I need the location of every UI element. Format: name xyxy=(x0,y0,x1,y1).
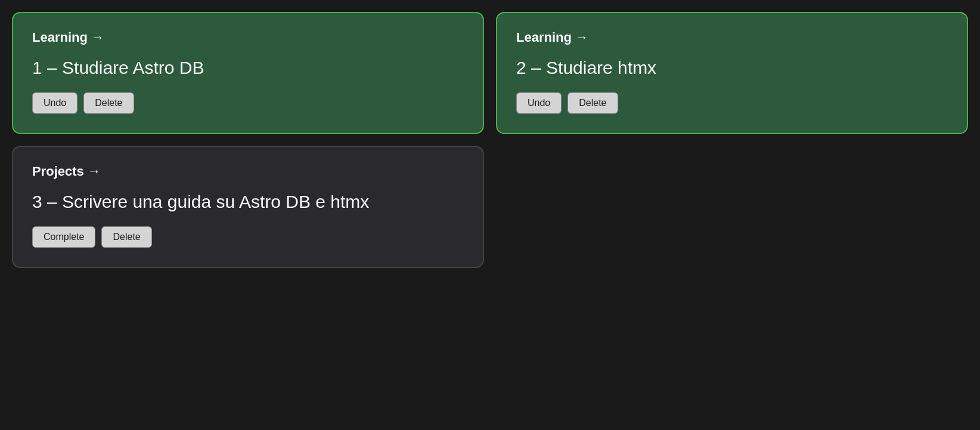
card-1-delete-button[interactable]: Delete xyxy=(83,92,134,114)
card-3-delete-button[interactable]: Delete xyxy=(101,226,151,248)
empty-grid-cell xyxy=(496,146,968,268)
card-2-title: 2 – Studiare htmx xyxy=(516,56,948,79)
card-3-complete-button[interactable]: Complete xyxy=(32,226,95,248)
card-2-delete-button[interactable]: Delete xyxy=(567,92,618,114)
card-1-category: Learning → xyxy=(32,30,464,45)
card-1-title: 1 – Studiare Astro DB xyxy=(32,56,464,79)
card-projects-3: Projects → 3 – Scrivere una guida su Ast… xyxy=(12,146,484,268)
card-2-category: Learning → xyxy=(516,30,948,45)
cards-grid: Learning → 1 – Studiare Astro DB Undo De… xyxy=(12,12,968,268)
card-3-title: 3 – Scrivere una guida su Astro DB e htm… xyxy=(32,190,464,213)
card-2-buttons: Undo Delete xyxy=(516,92,948,114)
card-3-buttons: Complete Delete xyxy=(32,226,464,248)
card-1-undo-button[interactable]: Undo xyxy=(32,92,77,114)
card-2-undo-button[interactable]: Undo xyxy=(516,92,562,114)
card-learning-1: Learning → 1 – Studiare Astro DB Undo De… xyxy=(12,12,484,134)
card-1-buttons: Undo Delete xyxy=(32,92,464,114)
card-learning-2: Learning → 2 – Studiare htmx Undo Delete xyxy=(496,12,968,134)
card-3-category: Projects → xyxy=(32,164,464,179)
